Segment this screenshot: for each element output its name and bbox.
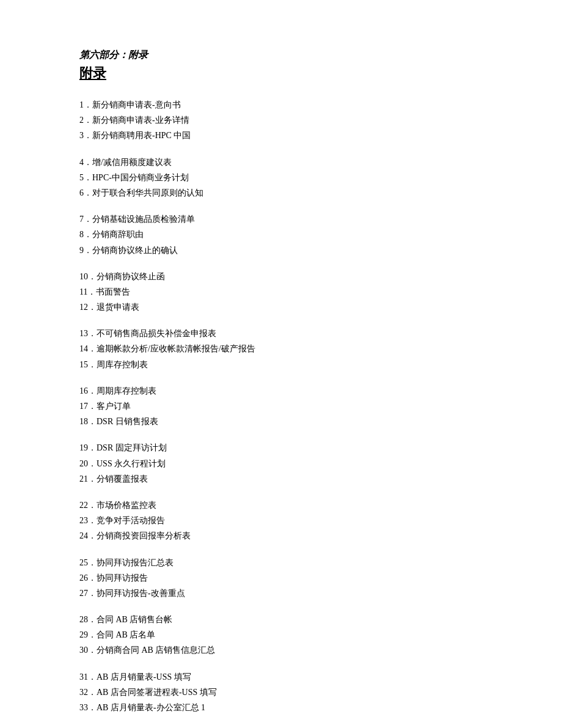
list-item: 33．AB 店月销量表-办公室汇总 1 — [79, 700, 483, 715]
list-item: 30．分销商合同 AB 店销售信息汇总 — [79, 642, 483, 658]
list-group-11: 31．AB 店月销量表-USS 填写32．AB 店合同签署进程表-USS 填写3… — [79, 669, 483, 716]
list-item: 4．增/减信用额度建议表 — [79, 155, 483, 170]
list-item: 23．竞争对手活动报告 — [79, 513, 483, 528]
list-item: 3．新分销商聘用表-HPC 中国 — [79, 128, 483, 143]
list-item: 28．合同 AB 店销售台帐 — [79, 612, 483, 627]
list-item: 16．周期库存控制表 — [79, 383, 483, 399]
list-item: 17．客户订单 — [79, 399, 483, 414]
list-group-1: 1．新分销商申请表-意向书2．新分销商申请表-业务详情3．新分销商聘用表-HPC… — [79, 97, 483, 144]
list-item: 8．分销商辞职由 — [79, 227, 483, 242]
list-item: 18．DSR 日销售报表 — [79, 414, 483, 429]
list-item: 27．协同拜访报告-改善重点 — [79, 586, 483, 601]
list-item: 20．USS 永久行程计划 — [79, 456, 483, 471]
list-item: 29．合同 AB 店名单 — [79, 627, 483, 642]
list-item: 7．分销基础设施品质检验清单 — [79, 211, 483, 227]
list-group-6: 16．周期库存控制表17．客户订单18．DSR 日销售报表 — [79, 383, 483, 430]
list-item: 24．分销商投资回报率分析表 — [79, 528, 483, 543]
list-item: 14．逾期帐款分析/应收帐款清帐报告/破产报告 — [79, 341, 483, 356]
list-group-9: 25．协同拜访报告汇总表26．协同拜访报告27．协同拜访报告-改善重点 — [79, 555, 483, 601]
list-group-5: 13．不可销售商品损失补偿金申报表14．逾期帐款分析/应收帐款清帐报告/破产报告… — [79, 326, 483, 372]
section-header-italic: 第六部分：附录 — [79, 49, 483, 62]
list-item: 31．AB 店月销量表-USS 填写 — [79, 669, 483, 685]
list-item: 10．分销商协议终止函 — [79, 269, 483, 284]
list-item: 5．HPC-中国分销商业务计划 — [79, 170, 483, 185]
list-item: 32．AB 店合同签署进程表-USS 填写 — [79, 685, 483, 700]
list-item: 25．协同拜访报告汇总表 — [79, 555, 483, 570]
list-group-2: 4．增/减信用额度建议表5．HPC-中国分销商业务计划6．对于联合利华共同原则的… — [79, 155, 483, 201]
list-group-3: 7．分销基础设施品质检验清单8．分销商辞职由9．分销商协议终止的确认 — [79, 211, 483, 258]
list-item: 11．书面警告 — [79, 284, 483, 300]
list-item: 2．新分销商申请表-业务详情 — [79, 112, 483, 128]
list-item: 26．协同拜访报告 — [79, 570, 483, 586]
list-item: 21．分销覆盖报表 — [79, 471, 483, 487]
list-group-10: 28．合同 AB 店销售台帐29．合同 AB 店名单30．分销商合同 AB 店销… — [79, 612, 483, 658]
section-title: 附录 — [79, 64, 483, 83]
list-item: 12．退货申请表 — [79, 300, 483, 315]
page: 第六部分：附录 附录 1．新分销商申请表-意向书2．新分销商申请表-业务详情3．… — [0, 0, 562, 728]
list-item: 13．不可销售商品损失补偿金申报表 — [79, 326, 483, 341]
list-group-7: 19．DSR 固定拜访计划20．USS 永久行程计划21．分销覆盖报表 — [79, 440, 483, 487]
list-item: 6．对于联合利华共同原则的认知 — [79, 185, 483, 200]
list-container: 1．新分销商申请表-意向书2．新分销商申请表-业务详情3．新分销商聘用表-HPC… — [79, 97, 483, 715]
list-item: 19．DSR 固定拜访计划 — [79, 440, 483, 455]
list-item: 15．周库存控制表 — [79, 357, 483, 372]
list-item: 1．新分销商申请表-意向书 — [79, 97, 483, 112]
list-item: 22．市场价格监控表 — [79, 498, 483, 513]
list-item: 9．分销商协议终止的确认 — [79, 243, 483, 258]
list-group-8: 22．市场价格监控表23．竞争对手活动报告24．分销商投资回报率分析表 — [79, 498, 483, 544]
list-group-4: 10．分销商协议终止函11．书面警告12．退货申请表 — [79, 269, 483, 315]
